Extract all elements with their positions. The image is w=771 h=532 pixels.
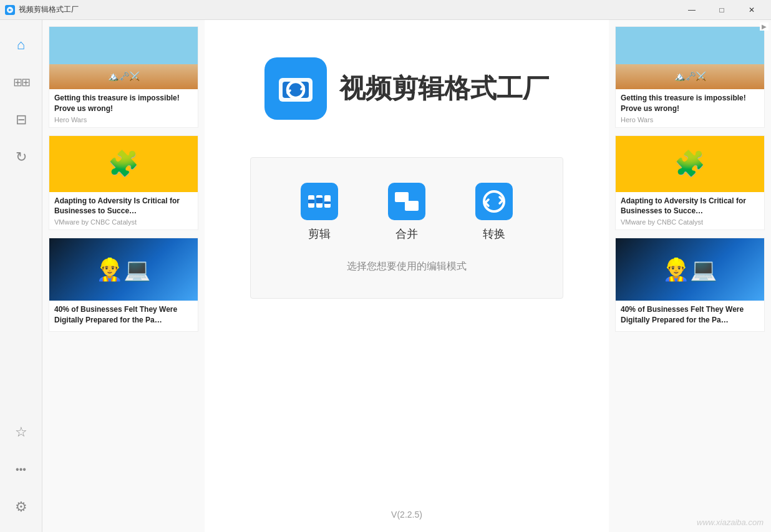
left-ad-2-title: Adapting to Adversity Is Critical for Bu…: [54, 196, 193, 217]
convert-mode-button[interactable]: 转换: [475, 183, 513, 241]
merge-mode-icon: [388, 183, 425, 220]
right-ad-2-body: Adapting to Adversity Is Critical for Bu…: [616, 192, 764, 230]
mode-hint: 选择您想要使用的编辑模式: [347, 260, 467, 273]
svg-rect-8: [316, 198, 322, 203]
app-title: 视频剪辑格式工厂: [339, 71, 549, 106]
right-ad-card-3[interactable]: 👷‍♂️💻 ▶ 40% of Businesses Felt They Were…: [615, 238, 765, 332]
right-ad-1-title: Getting this treasure is impossible! Pro…: [621, 93, 759, 114]
gear-icon: ⚙: [15, 500, 27, 514]
trim-icon: ⊞⊞: [13, 77, 29, 88]
left-ad-2-body: Adapting to Adversity Is Critical for Bu…: [49, 192, 198, 230]
right-ad-1-source: Hero Wars: [621, 116, 759, 123]
app-header: 视频剪辑格式工厂: [264, 57, 549, 120]
trim-mode-label: 剪辑: [308, 226, 331, 241]
version-text: V(2.2.5): [391, 510, 422, 520]
svg-rect-7: [308, 200, 314, 203]
right-ad-panel: 🏔️🗝️⚔️ ▶ Getting this treasure is imposs…: [609, 20, 771, 532]
left-ad-3-title: 40% of Businesses Felt They Were Digital…: [54, 304, 193, 326]
left-ad-maze-img: 🧩 ▶: [49, 136, 198, 192]
sidebar-item-more[interactable]: •••: [0, 451, 42, 488]
left-ad-card-2[interactable]: 🧩 ▶ Adapting to Adversity Is Critical fo…: [49, 135, 198, 231]
minimize-button[interactable]: —: [677, 0, 706, 20]
svg-rect-11: [405, 201, 419, 211]
left-ad-panel: 🏔️🗝️⚔️ ▶ Getting this treasure is imposs…: [42, 20, 205, 532]
sidebar-item-favorite[interactable]: ☆: [0, 414, 42, 451]
convert-mode-label: 转换: [483, 226, 505, 241]
left-ad-1-title: Getting this treasure is impossible! Pro…: [54, 93, 193, 114]
svg-rect-10: [395, 192, 409, 202]
maximize-button[interactable]: □: [707, 0, 736, 20]
merge-mode-label: 合并: [395, 226, 418, 241]
left-ad-1-body: Getting this treasure is impossible! Pro…: [49, 89, 198, 127]
left-ad-card-1[interactable]: 🏔️🗝️⚔️ ▶ Getting this treasure is imposs…: [49, 26, 198, 128]
watermark: www.xiazaiba.com: [697, 518, 764, 527]
sidebar-item-trim[interactable]: ⊞⊞: [0, 64, 42, 101]
right-ad-maze-img: 🧩 ▶: [616, 136, 764, 192]
right-ad-2-source: VMware by CNBC Catalyst: [621, 218, 759, 226]
center-content: 视频剪辑格式工厂: [205, 20, 609, 532]
merge-icon: ⊟: [16, 113, 27, 127]
right-ad-card-1[interactable]: 🏔️🗝️⚔️ ▶ Getting this treasure is imposs…: [615, 26, 765, 128]
app-icon: [5, 5, 15, 15]
app-logo: [264, 57, 327, 120]
left-ad-3-body: 40% of Businesses Felt They Were Digital…: [49, 301, 198, 331]
left-ad-tech-img: 👷‍♂️💻 ▶: [49, 238, 198, 301]
left-ad-1-source: Hero Wars: [54, 116, 193, 123]
right-ad-badge-3: ▶: [760, 22, 769, 31]
right-ad-3-title: 40% of Businesses Felt They Were Digital…: [621, 304, 759, 326]
trim-mode-button[interactable]: 剪辑: [301, 183, 338, 241]
left-ad-card-3[interactable]: 👷‍♂️💻 ▶ 40% of Businesses Felt They Were…: [49, 238, 198, 332]
right-ad-2-title: Adapting to Adversity Is Critical for Bu…: [621, 196, 759, 217]
right-ad-3-body: 40% of Businesses Felt They Were Digital…: [616, 301, 764, 331]
right-ad-tech-img: 👷‍♂️💻 ▶: [616, 238, 764, 301]
right-ad-hero-img: 🏔️🗝️⚔️ ▶: [616, 27, 764, 89]
sidebar: ⌂ ⊞⊞ ⊟ ↻ ☆ ••• ⚙: [0, 20, 42, 532]
inner-layout: 🏔️🗝️⚔️ ▶ Getting this treasure is imposs…: [42, 20, 771, 532]
convert-icon: ↻: [16, 150, 27, 164]
sidebar-item-convert[interactable]: ↻: [0, 138, 42, 176]
content-wrapper: 🏔️🗝️⚔️ ▶ Getting this treasure is imposs…: [42, 20, 771, 532]
sidebar-item-home[interactable]: ⌂: [0, 26, 42, 64]
left-ad-2-source: VMware by CNBC Catalyst: [54, 218, 193, 226]
title-bar-text: 视频剪辑格式工厂: [19, 4, 677, 15]
sidebar-item-merge[interactable]: ⊟: [0, 101, 42, 138]
sidebar-bottom: ☆ ••• ⚙: [0, 414, 42, 532]
star-icon: ☆: [15, 425, 27, 439]
title-bar: 视频剪辑格式工厂 — □ ✕: [0, 0, 771, 20]
convert-mode-icon: [475, 183, 513, 220]
home-icon: ⌂: [17, 38, 25, 52]
mode-buttons: 剪辑 合并: [301, 183, 513, 241]
more-icon: •••: [16, 465, 26, 475]
window-controls: — □ ✕: [677, 0, 766, 20]
close-button[interactable]: ✕: [737, 0, 766, 20]
sidebar-item-settings[interactable]: ⚙: [0, 488, 42, 526]
main-layout: ⌂ ⊞⊞ ⊟ ↻ ☆ ••• ⚙: [0, 20, 771, 532]
left-ad-hero-img: 🏔️🗝️⚔️ ▶: [49, 27, 198, 89]
mode-section: 剪辑 合并: [250, 157, 563, 299]
trim-mode-icon: [301, 183, 338, 220]
right-ad-card-2[interactable]: 🧩 ▶ Adapting to Adversity Is Critical fo…: [615, 135, 765, 231]
content-area: 🏔️🗝️⚔️ ▶ Getting this treasure is imposs…: [42, 20, 771, 532]
right-ad-1-body: Getting this treasure is impossible! Pro…: [616, 89, 764, 127]
svg-rect-9: [324, 201, 331, 204]
merge-mode-button[interactable]: 合并: [388, 183, 425, 241]
